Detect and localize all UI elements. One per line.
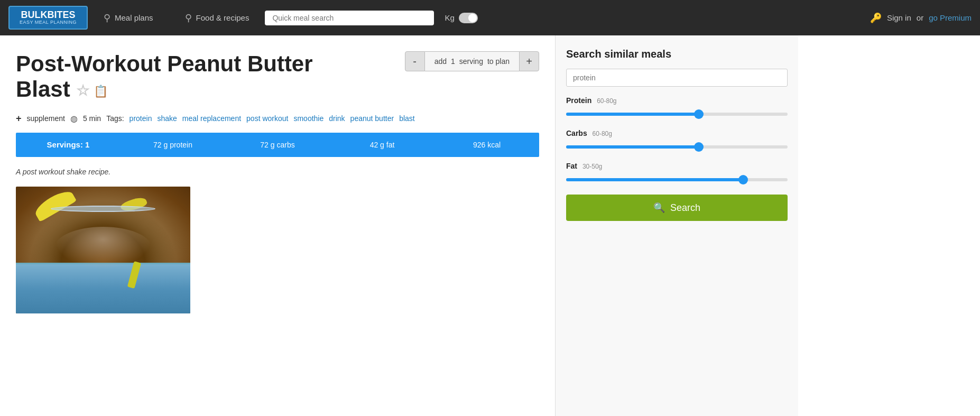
nutrition-bar: Servings: 1 72 g protein 72 g carbs 42 g… [16,133,539,157]
sidebar: Search similar meals Protein 60-80g Carb… [555,35,798,416]
main-wrapper: Post-Workout Peanut Butter Blast ☆ 📋 - a… [0,35,980,416]
protein-slider-container [566,109,788,119]
fat-filter-label: Fat 30-50g [566,162,788,170]
carbs-filter: Carbs 60-80g [566,129,788,152]
increase-serving-button[interactable]: + [519,51,539,71]
tag-post-workout[interactable]: post workout [246,114,288,123]
tag-shake[interactable]: shake [157,114,177,123]
title-icons: ☆ 📋 [76,82,108,99]
meal-title: Post-Workout Peanut Butter Blast ☆ 📋 [16,51,313,103]
nutrition-carbs: 72 g carbs [225,141,330,149]
favorite-star-icon[interactable]: ☆ [76,82,89,99]
content-area: Post-Workout Peanut Butter Blast ☆ 📋 - a… [0,35,555,416]
key-icon: 🔑 [870,12,882,24]
time-text: 5 min [83,114,101,123]
to-plan-label: to plan [487,57,510,66]
search-button-label: Search [670,202,700,214]
sign-in-text[interactable]: Sign in [887,13,911,22]
search-similar-input[interactable] [566,69,788,87]
serving-count: 1 [451,57,455,66]
protein-range: 60-80g [597,97,616,105]
fat-slider-track [566,178,788,181]
logo-name: BULKBITES [21,10,76,20]
protein-slider-thumb[interactable] [694,109,704,119]
plus-icon: + [16,113,22,124]
add-to-plan-row: - add 1 serving to plan + [405,51,539,71]
meal-description: A post workout shake recipe. [16,168,539,176]
tag-protein[interactable]: protein [130,114,152,123]
protein-filter: Protein 60-80g [566,96,788,119]
fat-range: 30-50g [583,163,602,170]
serving-label: serving [459,57,483,66]
nav-food-recipes[interactable]: ⚲ Food & recipes [169,12,265,24]
clock-icon: ◍ [70,114,78,124]
main-nav: ⚲ Meal plans [88,12,169,24]
tag-drink[interactable]: drink [329,114,345,123]
tag-smoothie[interactable]: smoothie [293,114,323,123]
nutrition-kcal: 926 kcal [434,141,539,149]
fat-filter: Fat 30-50g [566,162,788,185]
carbs-range: 60-80g [593,130,612,137]
or-text: or [917,13,923,22]
main-nav-food: ⚲ Food & recipes [169,12,265,24]
nav-meal-plans[interactable]: ⚲ Meal plans [88,12,169,24]
logo[interactable]: BULKBITES EASY MEAL PLANNING [8,6,88,30]
carbs-slider-fill [566,145,699,149]
fat-slider-thumb[interactable] [738,175,748,184]
search-icon-meal-plans: ⚲ [104,12,110,24]
tags-label: Tags: [106,114,124,123]
notes-icon[interactable]: 📋 [94,85,108,98]
carbs-slider-track [566,145,788,149]
protein-slider-track [566,113,788,116]
header: BULKBITES EASY MEAL PLANNING ⚲ Meal plan… [0,0,980,35]
nav-food-recipes-label: Food & recipes [196,13,249,22]
search-button-icon: 🔍 [653,202,665,214]
nutrition-fat: 42 g fat [330,141,434,149]
fat-slider-container [566,174,788,185]
unit-label: Kg [445,13,454,22]
unit-toggle: Kg [445,13,477,23]
plan-middle: add 1 serving to plan [425,51,519,71]
tag-blast[interactable]: blast [399,114,415,123]
nav-meal-plans-label: Meal plans [115,13,153,22]
tag-peanut-butter[interactable]: peanut butter [350,114,394,123]
carbs-filter-label: Carbs 60-80g [566,129,788,137]
nutrition-protein: 72 g protein [121,141,225,149]
add-label: add [434,57,447,66]
protein-slider-fill [566,113,699,116]
logo-sub: EASY MEAL PLANNING [15,20,81,25]
nutrition-servings: Servings: 1 [16,140,121,149]
tag-meal-replacement[interactable]: meal replacement [182,114,241,123]
sidebar-title: Search similar meals [566,48,788,60]
fat-slider-fill [566,178,743,181]
search-icon-food: ⚲ [185,12,192,24]
protein-filter-label: Protein 60-80g [566,96,788,105]
carbs-slider-thumb[interactable] [694,142,704,152]
quick-meal-search-input[interactable] [265,11,434,25]
meta-row: + supplement ◍ 5 min Tags: protein shake… [16,113,539,124]
header-right: 🔑 Sign in or go Premium [870,12,972,24]
carbs-slider-container [566,142,788,152]
supplement-badge: supplement [27,114,65,123]
food-image [16,187,190,313]
decrease-serving-button[interactable]: - [405,51,425,71]
go-premium-link[interactable]: go Premium [929,13,972,22]
unit-toggle-switch[interactable] [459,13,478,23]
search-similar-button[interactable]: 🔍 Search [566,195,788,221]
